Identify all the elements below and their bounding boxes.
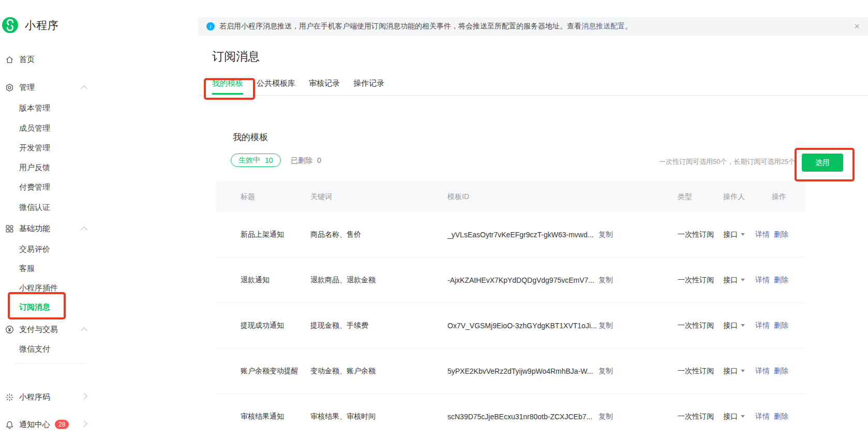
table-row: 新品上架通知 商品名称、售价 _yVLsEasOytr7vKeEFgr9czT-…	[216, 212, 805, 257]
template-type: 一次性订阅	[668, 276, 714, 285]
sidebar-item-label: 付费管理	[19, 182, 50, 192]
template-type: 一次性订阅	[668, 412, 714, 421]
sidebar-item-label: 版本管理	[19, 103, 50, 113]
sidebar-item-payment-management[interactable]: 付费管理	[19, 181, 111, 193]
delete-link[interactable]: 删除	[774, 412, 788, 420]
sidebar-item-label: 交易评价	[19, 245, 50, 254]
sidebar-item-user-feedback[interactable]: 用户反馈	[19, 162, 111, 173]
sidebar-item-member-management[interactable]: 成员管理	[19, 123, 111, 134]
col-header-operator: 操作人	[714, 192, 751, 202]
operator-dropdown[interactable]: 接口	[714, 276, 751, 285]
tab-public-template-library[interactable]: 公共模板库	[257, 79, 295, 95]
sidebar-item-development-management[interactable]: 开发管理	[19, 142, 111, 154]
sidebar-item-miniprogram-plugins[interactable]: 小程序插件	[19, 282, 111, 294]
operator-dropdown[interactable]: 接口	[714, 321, 751, 330]
chevron-down-icon	[741, 415, 745, 418]
detail-link[interactable]: 详情	[755, 412, 770, 420]
template-keywords: 审核结果、审核时间	[310, 412, 447, 421]
notice-bar: i 若启用小程序消息推送，用户在手机客户端使用订阅消息功能的相关事件，将会推送至…	[198, 17, 868, 36]
sidebar-item-home[interactable]: 首页	[5, 54, 97, 65]
home-icon	[5, 55, 14, 64]
select-button[interactable]: 选用	[802, 154, 843, 172]
sidebar-group-payment-and-transactions[interactable]: 支付与交易	[5, 324, 97, 335]
template-title: 新品上架通知	[216, 230, 310, 239]
delete-link[interactable]: 删除	[774, 276, 788, 284]
template-type: 一次性订阅	[668, 367, 714, 376]
operator-value: 接口	[723, 412, 738, 420]
template-title: 账户余额变动提醒	[216, 367, 310, 376]
notice-text: 若启用小程序消息推送，用户在手机客户端使用订阅消息功能的相关事件，将会推送至所配…	[219, 22, 581, 31]
close-icon[interactable]: ×	[854, 22, 860, 31]
sidebar-item-label: 小程序插件	[19, 283, 58, 293]
operator-dropdown[interactable]: 接口	[714, 230, 751, 239]
sidebar-item-label: 小程序码	[19, 392, 50, 402]
sidebar-item-version-management[interactable]: 版本管理	[19, 102, 111, 114]
template-id: _yVLsEasOytr7vKeEFgr9czT-gkW63-mvwd...	[447, 231, 598, 239]
detail-link[interactable]: 详情	[755, 276, 770, 284]
detail-link[interactable]: 详情	[755, 230, 770, 238]
sidebar-item-label: 开发管理	[19, 143, 50, 153]
sidebar-item-label: 通知中心	[19, 420, 50, 430]
sidebar-group-basic-functions[interactable]: 基础功能	[5, 223, 97, 234]
sidebar-item-notification-center[interactable]: 通知中心 28	[5, 419, 97, 430]
sidebar-group-label: 管理	[19, 83, 35, 93]
sidebar-item-label: 微信支付	[19, 344, 50, 354]
chevron-up-icon	[81, 226, 87, 233]
filter-label: 生效中	[238, 156, 260, 165]
operator-value: 接口	[723, 276, 738, 284]
message-push-config-link[interactable]: 消息推送配置	[581, 22, 625, 31]
grid-icon	[5, 224, 14, 233]
info-icon: i	[206, 22, 215, 31]
chevron-down-icon	[741, 324, 745, 327]
wechat-miniprogram-console: 小程序 首页 管理 版本管理 成员管理 开发管理 用户反馈 付费管理 微信认证 …	[0, 0, 868, 442]
sidebar-item-wechat-pay[interactable]: 微信支付	[19, 343, 111, 355]
template-id: 5yPXE2KbvVeRz2dTyijw9pWo4RmhBJa-W...	[447, 367, 598, 375]
copy-link[interactable]: 复制	[598, 367, 613, 375]
copy-link[interactable]: 复制	[598, 321, 613, 329]
miniprogram-logo-icon	[2, 17, 18, 33]
filter-deleted[interactable]: 已删除 0	[291, 156, 321, 165]
tab-operation-records[interactable]: 操作记录	[353, 79, 384, 95]
template-keywords: 变动金额、账户余额	[310, 367, 447, 376]
sidebar-group-management[interactable]: 管理	[5, 82, 97, 93]
sidebar-item-label: 订阅消息	[19, 302, 50, 312]
operator-value: 接口	[723, 321, 738, 329]
copy-link[interactable]: 复制	[598, 276, 613, 284]
sidebar-item-transaction-reviews[interactable]: 交易评价	[19, 243, 111, 255]
sidebar-item-wechat-verification[interactable]: 微信认证	[19, 202, 111, 213]
sidebar-item-miniprogram-code[interactable]: 小程序码	[5, 391, 97, 403]
copy-link[interactable]: 复制	[598, 230, 613, 238]
tab-my-templates[interactable]: 我的模板	[212, 79, 243, 95]
operator-value: 接口	[723, 367, 738, 375]
filter-active-pill[interactable]: 生效中 10	[231, 154, 281, 167]
section-heading: 我的模板	[233, 131, 268, 143]
sidebar-item-label: 首页	[19, 55, 35, 65]
col-header-action: 操作	[751, 192, 805, 202]
detail-link[interactable]: 详情	[755, 367, 770, 375]
sidebar-item-subscribe-message[interactable]: 订阅消息	[19, 301, 111, 313]
delete-link[interactable]: 删除	[774, 321, 788, 329]
sidebar-group-label: 基础功能	[19, 224, 50, 234]
sidebar-divider	[14, 363, 86, 364]
delete-link[interactable]: 删除	[774, 230, 788, 238]
chevron-down-icon	[741, 233, 745, 236]
tab-bar: 我的模板 公共模板库 审核记录 操作记录	[212, 79, 384, 95]
copy-link[interactable]: 复制	[598, 412, 613, 420]
delete-link[interactable]: 删除	[774, 367, 788, 375]
sidebar-item-label: 成员管理	[19, 124, 50, 133]
template-keywords: 退款商品、退款金额	[310, 276, 447, 285]
tab-review-records[interactable]: 审核记录	[309, 79, 340, 95]
filter-count: 10	[265, 156, 273, 164]
operator-dropdown[interactable]: 接口	[714, 412, 751, 421]
operator-dropdown[interactable]: 接口	[714, 367, 751, 376]
table-row: 审核结果通知 审核结果、审核时间 scN39D75cJjeBEcxu31nr80…	[216, 394, 805, 439]
filter-label: 已删除	[291, 156, 312, 165]
sidebar-item-customer-service[interactable]: 客服	[19, 263, 111, 274]
template-type: 一次性订阅	[668, 321, 714, 330]
operator-value: 接口	[723, 230, 738, 238]
templates-table: 标题 关键词 模板ID 类型 操作人 操作 新品上架通知 商品名称、售价 _yV…	[216, 181, 805, 439]
detail-link[interactable]: 详情	[755, 321, 770, 329]
chevron-down-icon	[741, 370, 745, 372]
table-header-row: 标题 关键词 模板ID 类型 操作人 操作	[216, 181, 805, 212]
template-keywords: 商品名称、售价	[310, 230, 447, 239]
